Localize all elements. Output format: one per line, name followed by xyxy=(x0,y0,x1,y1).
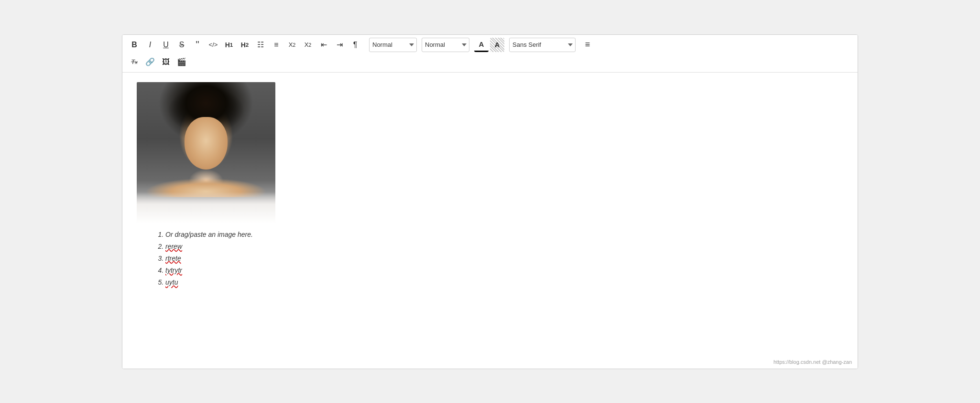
paragraph-style-select[interactable]: Normal Heading 1 Heading 2 Heading 3 Quo… xyxy=(369,38,417,52)
inserted-image xyxy=(137,82,275,223)
list-item-5: uytu xyxy=(165,276,843,288)
underline-button[interactable]: U xyxy=(159,38,173,52)
blockquote-button[interactable]: " xyxy=(190,38,205,52)
insert-image-button[interactable]: 🖼 xyxy=(159,55,173,69)
h1-button[interactable]: H1 xyxy=(222,38,236,52)
font-size-select-wrap: Normal Small Large Huge xyxy=(422,38,469,52)
list-item-3: rtrete xyxy=(165,253,843,265)
toolbar: B I U S " </> H1 H2 ☷ ≡ X2 X2 ⇤ ⇥ ¶ Norm… xyxy=(122,35,858,73)
code-button[interactable]: </> xyxy=(206,38,220,52)
insert-video-button[interactable]: 🎬 xyxy=(174,55,189,69)
h2-button[interactable]: H2 xyxy=(238,38,252,52)
unordered-list-button[interactable]: ≡ xyxy=(269,38,283,52)
list-item-1: Or drag/paste an image here. xyxy=(165,229,843,241)
paragraph-button[interactable]: ¶ xyxy=(348,38,362,52)
font-highlight-button[interactable]: A xyxy=(490,38,504,52)
toolbar-row-2: Tx 🔗 🖼 🎬 xyxy=(127,55,853,69)
editor-wrapper: Or drag/paste an image here. rerew rtret… xyxy=(122,73,858,369)
list-item-4: tytrytr xyxy=(165,265,843,276)
font-size-select[interactable]: Normal Small Large Huge xyxy=(422,38,469,52)
font-family-select-wrap: Sans Serif Serif Monospace Arial Times N… xyxy=(509,38,576,52)
clear-format-button[interactable]: Tx xyxy=(127,55,142,69)
indent-right-button[interactable]: ⇥ xyxy=(332,38,347,52)
font-family-select[interactable]: Sans Serif Serif Monospace Arial Times N… xyxy=(509,38,576,52)
indent-left-button[interactable]: ⇤ xyxy=(316,38,331,52)
italic-button[interactable]: I xyxy=(143,38,157,52)
list-item-2: rerew xyxy=(165,241,843,253)
content-list: Or drag/paste an image here. rerew rtret… xyxy=(165,229,843,289)
bold-button[interactable]: B xyxy=(127,38,142,52)
face-layer xyxy=(185,117,228,170)
watermark: https://blog.csdn.net @zhang-zan xyxy=(773,359,852,365)
shirt-layer xyxy=(137,192,275,223)
toolbar-row-1: B I U S " </> H1 H2 ☷ ≡ X2 X2 ⇤ ⇥ ¶ Norm… xyxy=(127,38,853,52)
paragraph-style-select-wrap: Normal Heading 1 Heading 2 Heading 3 Quo… xyxy=(369,38,417,52)
strikethrough-button[interactable]: S xyxy=(174,38,189,52)
more-options-button[interactable]: ≡ xyxy=(580,38,595,52)
subscript-button[interactable]: X2 xyxy=(285,38,299,52)
editor-container: B I U S " </> H1 H2 ☷ ≡ X2 X2 ⇤ ⇥ ¶ Norm… xyxy=(122,34,858,369)
ordered-list-button[interactable]: ☷ xyxy=(253,38,268,52)
font-color-button[interactable]: A xyxy=(474,38,489,52)
superscript-button[interactable]: X2 xyxy=(301,38,315,52)
content-area[interactable]: Or drag/paste an image here. rerew rtret… xyxy=(122,73,858,369)
insert-link-button[interactable]: 🔗 xyxy=(143,55,157,69)
